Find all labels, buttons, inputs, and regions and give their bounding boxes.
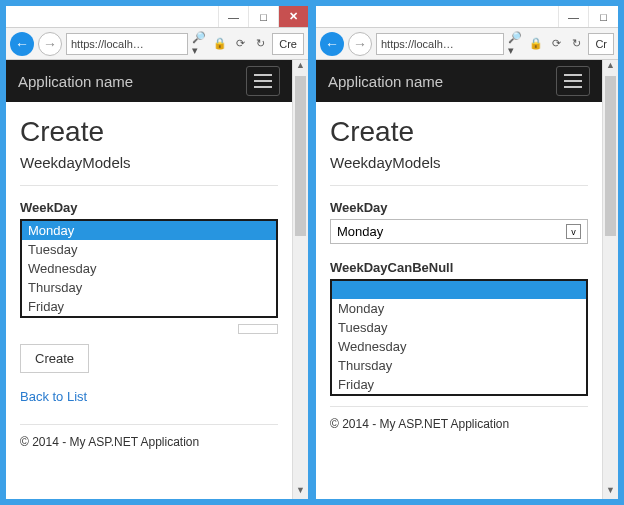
scroll-thumb[interactable]: [295, 76, 306, 236]
minimize-button[interactable]: —: [218, 6, 248, 27]
page-subtitle: WeekdayModels: [330, 154, 588, 171]
app-name-label: Application name: [18, 73, 133, 90]
search-dropdown-icon[interactable]: 🔎▾: [508, 33, 524, 55]
stop-icon[interactable]: ↻: [252, 33, 268, 55]
list-item[interactable]: Friday: [332, 375, 586, 394]
list-item[interactable]: Thursday: [22, 278, 276, 297]
browser-nav-bar: ← → https://localh… 🔎▾ 🔒 ⟳ ↻ Cr: [316, 28, 618, 60]
create-button[interactable]: Create: [20, 344, 89, 373]
window-titlebar: — □ ✕: [6, 6, 308, 28]
address-bar[interactable]: https://localh…: [376, 33, 504, 55]
app-name-label: Application name: [328, 73, 443, 90]
chevron-down-icon[interactable]: v: [566, 224, 581, 239]
page-title: Create: [20, 116, 278, 148]
address-bar[interactable]: https://localh…: [66, 33, 188, 55]
scroll-up-icon[interactable]: ▲: [603, 60, 618, 74]
list-item[interactable]: Tuesday: [332, 318, 586, 337]
stop-icon[interactable]: ↻: [568, 33, 584, 55]
lock-icon: 🔒: [212, 33, 228, 55]
refresh-icon[interactable]: ⟳: [232, 33, 248, 55]
page-footer: © 2014 - My ASP.NET Application: [330, 406, 588, 431]
nav-forward-button[interactable]: →: [348, 32, 372, 56]
maximize-button[interactable]: □: [588, 6, 618, 27]
weekday-dropdown[interactable]: Monday v: [330, 219, 588, 244]
list-item[interactable]: Monday: [22, 221, 276, 240]
app-header: Application name: [316, 60, 602, 102]
viewport: Application name Create WeekdayModels We…: [316, 60, 618, 499]
vertical-scrollbar[interactable]: ▲ ▼: [292, 60, 308, 499]
browser-tab[interactable]: Cre: [272, 33, 304, 55]
browser-nav-bar: ← → https://localh… 🔎▾ 🔒 ⟳ ↻ Cre: [6, 28, 308, 60]
nav-back-button[interactable]: ←: [10, 32, 34, 56]
app-header: Application name: [6, 60, 292, 102]
nav-back-button[interactable]: ←: [320, 32, 344, 56]
weekday-nullable-listbox[interactable]: Monday Tuesday Wednesday Thursday Friday: [330, 279, 588, 396]
viewport: Application name Create WeekdayModels We…: [6, 60, 308, 499]
weekday-listbox[interactable]: Monday Tuesday Wednesday Thursday Friday: [20, 219, 278, 318]
scroll-down-icon[interactable]: ▼: [293, 485, 308, 499]
list-item[interactable]: Monday: [332, 299, 586, 318]
scroll-thumb[interactable]: [605, 76, 616, 236]
scroll-up-icon[interactable]: ▲: [293, 60, 308, 74]
search-dropdown-icon[interactable]: 🔎▾: [192, 33, 208, 55]
menu-toggle-button[interactable]: [246, 66, 280, 96]
page-content: Application name Create WeekdayModels We…: [316, 60, 602, 499]
browser-tab[interactable]: Cr: [588, 33, 614, 55]
list-item[interactable]: Wednesday: [332, 337, 586, 356]
lock-icon: 🔒: [528, 33, 544, 55]
menu-toggle-button[interactable]: [556, 66, 590, 96]
desktop-area: — □ ✕ ← → https://localh… 🔎▾ 🔒 ⟳ ↻ Cre A…: [0, 0, 624, 505]
minimize-button[interactable]: —: [558, 6, 588, 27]
list-item[interactable]: Wednesday: [22, 259, 276, 278]
scroll-down-icon[interactable]: ▼: [603, 485, 618, 499]
browser-window-right: — □ ← → https://localh… 🔎▾ 🔒 ⟳ ↻ Cr Appl…: [315, 5, 619, 500]
refresh-icon[interactable]: ⟳: [548, 33, 564, 55]
weekday-nullable-label: WeekDayCanBeNull: [330, 260, 588, 275]
back-to-list-link[interactable]: Back to List: [20, 389, 87, 404]
nav-forward-button[interactable]: →: [38, 32, 62, 56]
page-subtitle: WeekdayModels: [20, 154, 278, 171]
weekday-label: WeekDay: [20, 200, 278, 215]
page-title: Create: [330, 116, 588, 148]
list-item[interactable]: Thursday: [332, 356, 586, 375]
list-item[interactable]: Friday: [22, 297, 276, 316]
divider: [330, 185, 588, 186]
weekday-label: WeekDay: [330, 200, 588, 215]
list-item[interactable]: Tuesday: [22, 240, 276, 259]
vertical-scrollbar[interactable]: ▲ ▼: [602, 60, 618, 499]
dropdown-value: Monday: [337, 224, 383, 239]
close-button[interactable]: ✕: [278, 6, 308, 27]
page-content: Application name Create WeekdayModels We…: [6, 60, 292, 499]
divider: [20, 185, 278, 186]
maximize-button[interactable]: □: [248, 6, 278, 27]
browser-window-left: — □ ✕ ← → https://localh… 🔎▾ 🔒 ⟳ ↻ Cre A…: [5, 5, 309, 500]
page-footer: © 2014 - My ASP.NET Application: [20, 424, 278, 449]
window-titlebar: — □: [316, 6, 618, 28]
list-item-blank[interactable]: [332, 281, 586, 299]
hidden-control-fragment: [238, 324, 278, 334]
